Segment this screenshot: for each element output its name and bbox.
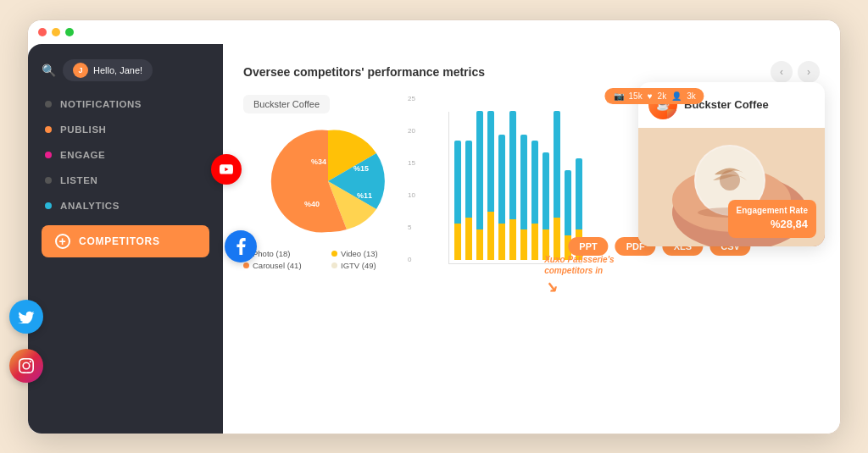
instagram-icon[interactable] — [9, 349, 43, 383]
legend-carousel-label: Carousel (41) — [253, 261, 302, 270]
tooltip-camera-icon: 📷 — [614, 91, 624, 101]
nav-label-engage: ENGAGE — [60, 150, 105, 160]
legend-igtv: IGTV (49) — [331, 261, 413, 270]
avatar: J — [73, 63, 88, 78]
bar-bottom — [554, 218, 560, 259]
prev-arrow[interactable]: ‹ — [771, 61, 793, 83]
plus-icon: + — [55, 234, 70, 249]
bar-group — [554, 111, 560, 260]
search-icon[interactable]: 🔍 — [42, 64, 56, 77]
nav-dot-analytics — [45, 202, 52, 209]
bar-top — [531, 141, 538, 224]
tooltip-users: 3k — [687, 91, 696, 101]
bar-bottom — [465, 218, 472, 259]
bar-top — [476, 111, 483, 230]
pie-chart: %15 %11 %40 %34 — [269, 122, 387, 240]
close-dot[interactable] — [38, 28, 47, 36]
nav-label-notifications: NOTIFICATIONS — [60, 99, 142, 109]
engagement-label: Engagement Rate — [737, 205, 808, 217]
bar-top — [487, 111, 494, 213]
sidebar-top: 🔍 J Hello, Jane! — [28, 52, 223, 91]
bar-top — [465, 141, 472, 218]
bar-group — [498, 111, 505, 260]
bar-bottom — [487, 212, 494, 259]
svg-text:%34: %34 — [311, 157, 326, 166]
sidebar-item-competitors[interactable]: + COMPETITORS — [42, 225, 209, 257]
bar-group — [454, 111, 461, 260]
facebook-icon[interactable] — [225, 230, 257, 262]
title-bar — [28, 20, 840, 44]
bar-group — [487, 111, 494, 260]
y-axis: 2520151050 — [408, 95, 415, 264]
sidebar-item-publish[interactable]: PUBLISH — [28, 117, 223, 142]
svg-text:%11: %11 — [357, 191, 372, 200]
legend-video-label: Video (13) — [341, 249, 378, 258]
pie-label: Buckster Coffee — [243, 95, 330, 113]
maximize-dot[interactable] — [65, 28, 74, 36]
bar-group — [465, 111, 472, 260]
brand-card: ☕ Buckster Coffee — [638, 82, 825, 246]
next-arrow[interactable]: › — [798, 61, 820, 83]
bars-container — [448, 112, 582, 264]
social-icons-group — [9, 300, 43, 383]
nav-dot-publish — [45, 126, 52, 133]
card-image: Engagement Rate %28,84 — [638, 128, 825, 246]
sidebar-item-analytics[interactable]: ANALYTICS — [28, 193, 223, 218]
nav-dot-engage — [45, 152, 52, 158]
pie-section: Buckster Coffee %15 %11 — [243, 95, 413, 270]
minimize-dot[interactable] — [52, 28, 60, 36]
export-ppt[interactable]: PPT — [568, 237, 608, 256]
tooltip-hearts: 2k — [658, 91, 667, 101]
bar-top — [576, 158, 582, 229]
svg-text:%15: %15 — [353, 164, 369, 173]
bar-group — [520, 111, 527, 260]
bar-bottom — [498, 224, 505, 259]
youtube-icon[interactable] — [211, 154, 242, 185]
competitors-label: COMPETITORS — [79, 235, 160, 247]
nav-dot-notifications — [45, 101, 52, 108]
bar-top — [454, 141, 461, 224]
nav-label-analytics: ANALYTICS — [60, 201, 120, 211]
bar-bottom — [531, 224, 538, 259]
bar-group — [542, 111, 549, 260]
pie-legend: Photo (18) Video (13) Carousel (41) IGTV… — [243, 249, 413, 270]
sidebar: 🔍 J Hello, Jane! NOTIFICATIONS PUBLISH E… — [28, 44, 223, 434]
nav-dot-listen — [45, 177, 52, 184]
bar-bottom — [509, 219, 516, 259]
bar-top — [565, 170, 571, 235]
bar-group — [509, 111, 516, 260]
sidebar-item-notifications[interactable]: NOTIFICATIONS — [28, 91, 223, 117]
bar-top — [554, 111, 560, 218]
greeting-text: Hello, Jane! — [93, 65, 142, 75]
bar-top — [520, 135, 527, 230]
svg-text:%40: %40 — [304, 200, 320, 208]
nav-label-listen: LISTEN — [60, 175, 97, 185]
nav-label-publish: PUBLISH — [60, 124, 107, 135]
page-title: Oversee competitors' performance metrics — [243, 65, 485, 79]
bar-bottom — [454, 224, 461, 259]
main-content: Oversee competitors' performance metrics… — [223, 44, 840, 434]
sidebar-item-engage[interactable]: ENGAGE — [28, 142, 223, 168]
svg-point-9 — [720, 170, 740, 191]
tooltip-user-icon: 👤 — [671, 91, 682, 101]
bar-bottom — [476, 229, 483, 259]
instagram-badge — [667, 109, 677, 119]
user-pill[interactable]: J Hello, Jane! — [63, 59, 153, 81]
engagement-badge: Engagement Rate %28,84 — [728, 200, 816, 237]
sidebar-item-listen[interactable]: LISTEN — [28, 168, 223, 193]
bar-tooltip: 📷 15k ♥ 2k 👤 3k — [605, 88, 704, 104]
bar-top — [498, 135, 505, 224]
legend-igtv-label: IGTV (49) — [341, 261, 376, 270]
bar-bottom — [520, 229, 527, 259]
annotation-text: Xuxo Patisserie'scompetitors in ↘ — [544, 254, 614, 297]
bar-group — [531, 111, 538, 260]
bar-top — [542, 152, 549, 230]
legend-video: Video (13) — [331, 249, 413, 258]
tooltip-heart-icon: ♥ — [648, 91, 653, 101]
engagement-value: %28,84 — [737, 217, 808, 232]
app-window: 🔍 J Hello, Jane! NOTIFICATIONS PUBLISH E… — [27, 19, 841, 434]
twitter-icon[interactable] — [9, 300, 43, 334]
tooltip-likes: 15k — [629, 91, 643, 101]
nav-arrows: ‹ › — [771, 61, 820, 83]
bar-top — [509, 111, 516, 220]
